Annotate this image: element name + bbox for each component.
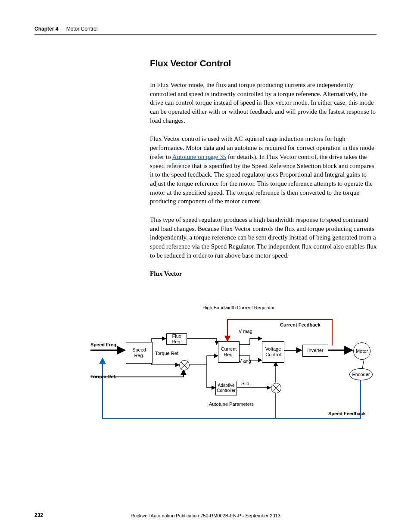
paragraph-1: In Flux Vector mode, the flux and torque…	[150, 81, 377, 125]
autotune-params-label: Autotune Parameters	[209, 401, 254, 407]
vmag-label: V mag	[239, 329, 252, 334]
speed-reg-box: Speed Reg.	[126, 342, 153, 364]
figure-title: Flux Vector	[150, 269, 377, 278]
torque-ref-mid-label: Torque Ref.	[155, 351, 180, 356]
current-feedback-label: Current Feedback	[280, 322, 321, 327]
page-header: Chapter 4 Motor Control	[34, 26, 377, 32]
flux-vector-diagram: High Bandwidth Current Regulator Speed F…	[90, 302, 383, 422]
adaptive-controller-box: Adaptive Controller	[215, 381, 237, 395]
header-rule	[34, 34, 377, 35]
torque-ref-in-label: Torque Ref.	[90, 374, 116, 379]
voltage-control-box: Voltage Control	[262, 341, 284, 363]
motor-circle: Motor	[353, 342, 371, 360]
paragraph-2: Flux Vector control is used with AC squi…	[150, 134, 377, 206]
footer-publication: Rockwell Automation Publication 750-RM00…	[34, 513, 377, 518]
speed-freq-label: Speed Freq.	[90, 342, 118, 347]
chapter-title: Motor Control	[66, 26, 98, 32]
vang-label: V ang	[239, 358, 251, 364]
current-reg-box: Current Reg.	[218, 341, 240, 363]
main-content: Flux Vector Control In Flux Vector mode,…	[150, 58, 377, 288]
slip-sum-node	[271, 383, 281, 393]
paragraph-3: This type of speed regulator produces a …	[150, 215, 377, 260]
autotune-link[interactable]: Autotune on page 35	[172, 153, 226, 160]
p2-text-b: for details). In Flux Vector control, th…	[150, 153, 374, 205]
slip-label: Slip	[241, 381, 249, 386]
inverter-box: Inverter	[302, 345, 328, 357]
section-heading: Flux Vector Control	[150, 58, 377, 68]
flux-reg-box: Flux Reg.	[166, 333, 187, 345]
diagram-caption: High Bandwidth Current Regulator	[202, 305, 275, 310]
encoder-oval: Encoder	[349, 368, 373, 380]
torque-sum-node	[179, 360, 190, 370]
chapter-label: Chapter 4	[34, 26, 58, 32]
speed-feedback-label: Speed Feedback	[328, 411, 366, 416]
